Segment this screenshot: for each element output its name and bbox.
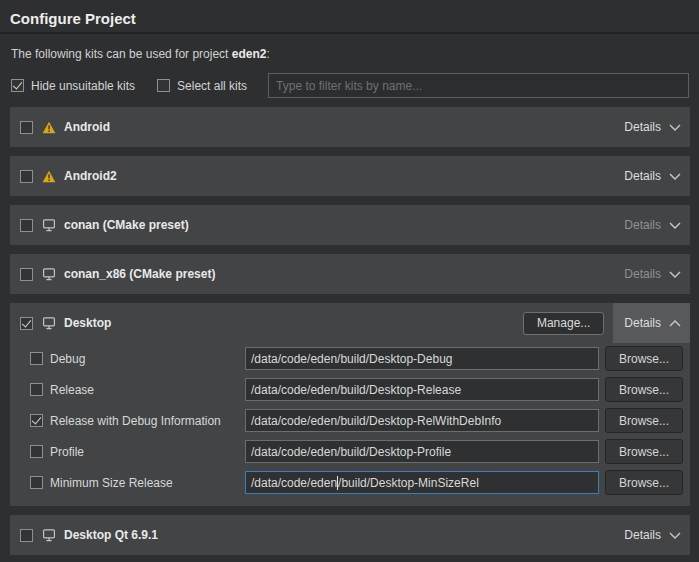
kit-conan-x86-details-button[interactable]: Details	[613, 254, 690, 294]
kit-android-checkbox[interactable]	[20, 121, 33, 134]
config-label: Debug	[50, 352, 85, 366]
kit-android2-checkbox[interactable]	[20, 170, 33, 183]
warning-icon	[42, 170, 56, 183]
kit-row-desktop-qt: Desktop Qt 6.9.1 Details	[10, 515, 690, 555]
kit-desktop-checkbox[interactable]	[20, 317, 33, 330]
config-debug-browse-button[interactable]: Browse...	[605, 346, 683, 371]
config-release-browse-button[interactable]: Browse...	[605, 377, 683, 402]
kit-section-desktop: Desktop Manage... Details Debug Browse..…	[10, 303, 690, 506]
details-label: Details	[624, 528, 661, 542]
project-name: eden2	[232, 47, 267, 61]
kit-filter-input[interactable]	[268, 73, 689, 98]
build-config-row-profile: Profile Browse...	[10, 436, 690, 467]
filter-bar: Hide unsuitable kits Select all kits	[11, 73, 689, 98]
config-profile-checkbox[interactable]	[30, 445, 43, 458]
config-label: Minimum Size Release	[50, 476, 173, 490]
build-config-row-relwithdebinfo: Release with Debug Information Browse...	[10, 405, 690, 436]
kit-name: conan (CMake preset)	[64, 218, 189, 232]
chevron-up-icon	[669, 320, 681, 327]
kit-row-conan-x86: conan_x86 (CMake preset) Details	[10, 254, 690, 294]
kit-name: Desktop	[64, 316, 111, 330]
kit-row-android: Android Details	[10, 107, 690, 147]
config-minsizerel-checkbox[interactable]	[30, 476, 43, 489]
manage-kits-button[interactable]: Manage...	[523, 312, 604, 335]
kit-name: Android2	[64, 169, 117, 183]
config-relwithdebinfo-browse-button[interactable]: Browse...	[605, 408, 683, 433]
details-label: Details	[624, 120, 661, 134]
details-label: Details	[624, 218, 661, 232]
intro-text: The following kits can be used for proje…	[11, 47, 689, 61]
kit-conan-details-button[interactable]: Details	[613, 205, 690, 245]
title-separator	[0, 32, 699, 34]
kit-list: Android Details Android2 Details conan (…	[10, 107, 690, 555]
build-config-row-minsizerel: Minimum Size Release /data/code/eden/bui…	[10, 467, 690, 498]
kit-desktop-qt-checkbox[interactable]	[20, 529, 33, 542]
desktop-icon	[42, 267, 56, 281]
config-minsizerel-path-input[interactable]: /data/code/eden/build/Desktop-MinSizeRel	[245, 471, 599, 494]
select-all-kits-label: Select all kits	[177, 79, 247, 93]
kit-conan-x86-checkbox[interactable]	[20, 268, 33, 281]
chevron-down-icon	[669, 173, 681, 180]
chevron-down-icon	[669, 271, 681, 278]
intro-text-before: The following kits can be used for proje…	[11, 47, 232, 61]
config-profile-browse-button[interactable]: Browse...	[605, 439, 683, 464]
config-profile-path-input[interactable]	[245, 440, 599, 463]
details-label: Details	[624, 267, 661, 281]
path-text-before-caret: /data/code/eden	[251, 476, 337, 490]
select-all-kits-checkbox[interactable]	[157, 79, 170, 92]
select-all-kits-checkbox-group[interactable]: Select all kits	[157, 79, 247, 93]
intro-text-after: :	[266, 47, 269, 61]
kit-desktop-qt-details-button[interactable]: Details	[613, 515, 690, 555]
kit-android-details-button[interactable]: Details	[613, 107, 690, 147]
kit-name: Desktop Qt 6.9.1	[64, 528, 158, 542]
kit-row-desktop: Desktop Manage... Details	[10, 303, 690, 343]
config-release-checkbox[interactable]	[30, 383, 43, 396]
config-label: Profile	[50, 445, 84, 459]
config-debug-checkbox[interactable]	[30, 352, 43, 365]
hide-unsuitable-kits-label: Hide unsuitable kits	[31, 79, 135, 93]
config-label: Release	[50, 383, 94, 397]
warning-icon	[42, 121, 56, 134]
kit-row-android2: Android2 Details	[10, 156, 690, 196]
details-label: Details	[624, 169, 661, 183]
desktop-icon	[42, 528, 56, 542]
details-label: Details	[624, 316, 661, 330]
page-title: Configure Project	[0, 0, 699, 32]
desktop-icon	[42, 218, 56, 232]
chevron-down-icon	[669, 532, 681, 539]
kit-row-conan: conan (CMake preset) Details	[10, 205, 690, 245]
path-text-after-caret: /build/Desktop-MinSizeRel	[338, 476, 479, 490]
kit-name: Android	[64, 120, 110, 134]
desktop-icon	[42, 316, 56, 330]
chevron-down-icon	[669, 124, 681, 131]
config-debug-path-input[interactable]	[245, 347, 599, 370]
chevron-down-icon	[669, 222, 681, 229]
config-release-path-input[interactable]	[245, 378, 599, 401]
kit-android2-details-button[interactable]: Details	[613, 156, 690, 196]
kit-name: conan_x86 (CMake preset)	[64, 267, 215, 281]
build-config-row-release: Release Browse...	[10, 374, 690, 405]
kit-desktop-details-button[interactable]: Details	[613, 303, 690, 343]
config-label: Release with Debug Information	[50, 414, 221, 428]
hide-unsuitable-kits-checkbox[interactable]	[11, 79, 24, 92]
hide-unsuitable-kits-checkbox-group[interactable]: Hide unsuitable kits	[11, 79, 135, 93]
configure-project-page: { "header": { "title": "Configure Projec…	[0, 0, 699, 562]
config-relwithdebinfo-path-input[interactable]	[245, 409, 599, 432]
build-config-row-debug: Debug Browse...	[10, 343, 690, 374]
config-minsizerel-browse-button[interactable]: Browse...	[605, 470, 683, 495]
config-relwithdebinfo-checkbox[interactable]	[30, 414, 43, 427]
kit-conan-checkbox[interactable]	[20, 219, 33, 232]
